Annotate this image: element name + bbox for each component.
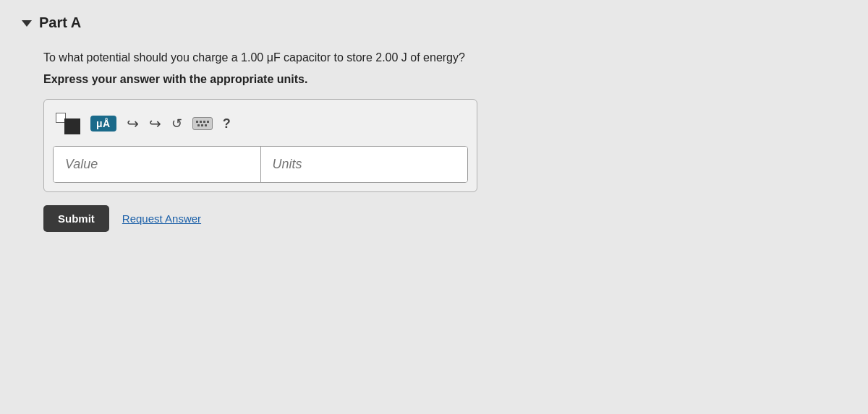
answer-box: μÅ ↩ ↪ ↺ xyxy=(43,99,477,192)
buttons-row: Submit Request Answer xyxy=(43,205,846,232)
question-suffix: capacitor to store 2.00 J of energy? xyxy=(281,51,465,64)
units-input[interactable] xyxy=(260,147,468,182)
value-input[interactable] xyxy=(54,147,260,182)
units-button[interactable]: μÅ xyxy=(90,116,116,131)
part-title: Part A xyxy=(39,14,81,31)
template-icon[interactable] xyxy=(56,113,80,134)
question-line1: To what potential should you charge a 1.… xyxy=(43,51,846,64)
mu-f-unit: μF xyxy=(267,51,281,64)
redo-button[interactable]: ↪ xyxy=(149,115,161,132)
question-line2: Express your answer with the appropriate… xyxy=(43,73,846,86)
reset-button[interactable]: ↺ xyxy=(171,116,182,131)
part-header: Part A xyxy=(22,14,846,31)
undo-button[interactable]: ↩ xyxy=(127,115,139,132)
question-prefix: To what potential should you charge a 1.… xyxy=(43,51,267,64)
input-row xyxy=(53,146,468,183)
toolbar: μÅ ↩ ↪ ↺ xyxy=(53,108,468,139)
request-answer-button[interactable]: Request Answer xyxy=(122,212,201,225)
keyboard-icon xyxy=(192,117,213,130)
keyboard-button[interactable] xyxy=(192,117,213,130)
collapse-chevron[interactable] xyxy=(22,20,32,27)
submit-button[interactable]: Submit xyxy=(43,205,109,232)
help-button[interactable]: ? xyxy=(223,116,231,131)
main-container: Part A To what potential should you char… xyxy=(22,14,846,232)
